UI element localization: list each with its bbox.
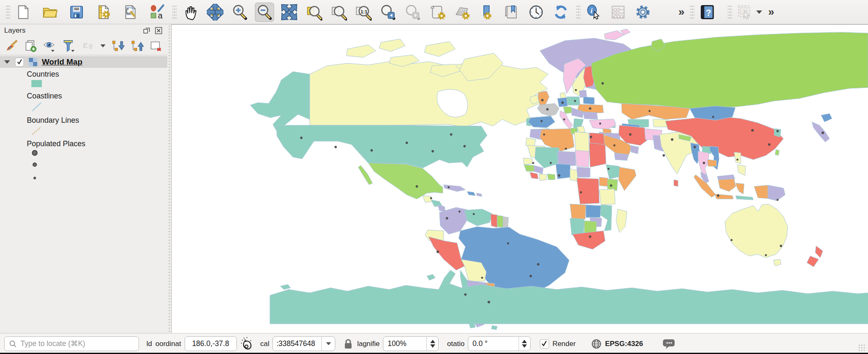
open-layer-styling-button[interactable]	[3, 39, 19, 54]
coordinate-label-fragment: ld	[146, 340, 152, 348]
filter-by-expression-button[interactable]: ε	[80, 39, 96, 54]
select-features-button[interactable]	[735, 3, 755, 22]
layer-group-row[interactable]: World Map	[0, 56, 167, 68]
statistical-summary-button[interactable]	[609, 3, 628, 22]
layer-item-boundary-lines[interactable]: Boundary Lines	[27, 116, 167, 125]
toolbar-overflow-button[interactable]: »	[677, 5, 685, 18]
new-spatial-bookmark-button[interactable]	[477, 3, 496, 22]
zoom-native-resolution-button[interactable]: 1:1	[354, 3, 373, 22]
rotation-steppers[interactable]	[519, 337, 530, 351]
new-3d-map-view-button[interactable]	[452, 3, 472, 22]
new-map-view-button[interactable]	[428, 3, 447, 22]
zoom-full-extent-button[interactable]	[280, 3, 299, 22]
open-project-button[interactable]	[40, 3, 59, 22]
step-up-icon	[430, 340, 435, 343]
new-project-button[interactable]	[13, 3, 33, 22]
toolbar-overflow-button[interactable]: »	[766, 5, 775, 18]
manage-map-themes-button[interactable]	[42, 39, 57, 54]
expand-caret-icon[interactable]	[4, 60, 10, 64]
main-area: Layers	[0, 24, 868, 333]
mouse-icon	[240, 337, 254, 351]
magnifier-steppers[interactable]	[426, 337, 438, 351]
qgis-window: a	[0, 0, 868, 354]
zoom-out-icon	[256, 4, 273, 21]
panel-float-button[interactable]	[142, 26, 152, 35]
map-canvas[interactable]	[171, 24, 868, 333]
layer-item-countries[interactable]: Countries	[27, 70, 167, 79]
toolbar-drag-handle[interactable]	[172, 5, 177, 19]
status-bar: Type to locate (⌘K) ld oordinat 186.0,-3…	[0, 333, 868, 354]
magnifier-value: 100%	[388, 339, 406, 348]
temporal-controller-button[interactable]	[526, 3, 546, 22]
pan-map-button[interactable]	[181, 3, 200, 22]
magnifier-label: lagnifie	[357, 340, 380, 348]
save-project-button[interactable]	[67, 3, 86, 22]
show-bookmarks-icon	[503, 4, 520, 21]
expand-all-button[interactable]	[110, 39, 126, 54]
scale-value: :338547648	[276, 339, 315, 348]
zoom-next-button[interactable]	[403, 3, 422, 22]
rotation-value: 0.0 °	[473, 339, 488, 348]
layout-manager-icon	[122, 4, 139, 21]
style-manager-icon: a	[149, 4, 165, 21]
window-resize-grip[interactable]	[858, 344, 866, 351]
messages-button[interactable]	[663, 338, 675, 349]
select-features-dropdown[interactable]	[755, 3, 764, 22]
abacus-icon	[610, 4, 627, 21]
layer-item-coastlines[interactable]: Coastlines	[27, 92, 167, 101]
zoom-in-button[interactable]	[230, 3, 249, 22]
refresh-button[interactable]	[551, 3, 570, 22]
collapse-all-button[interactable]	[129, 39, 145, 54]
zoom-to-layer-button[interactable]	[329, 3, 348, 22]
show-layout-manager-button[interactable]	[121, 3, 140, 22]
world-map-image	[172, 25, 868, 333]
filter-legend-button[interactable]	[61, 39, 77, 54]
refresh-icon	[552, 4, 569, 21]
add-group-icon	[23, 39, 38, 53]
toolbar-drag-handle[interactable]	[576, 5, 580, 19]
coastlines-line-swatch	[31, 101, 167, 114]
toolbar-drag-handle[interactable]	[6, 5, 10, 19]
scale-dropdown-button[interactable]	[321, 337, 335, 351]
crs-value: EPSG:4326	[605, 340, 643, 348]
lock-scale-button[interactable]	[343, 338, 354, 350]
chevron-down-icon	[756, 10, 762, 14]
toolbar-drag-handle[interactable]	[728, 5, 732, 19]
crs-button[interactable]	[591, 338, 602, 349]
rotation-label: otatio	[447, 340, 465, 348]
layer-item-populated-places[interactable]: Populated Places	[27, 140, 167, 148]
identify-features-button[interactable]: i	[584, 3, 603, 22]
style-manager-button[interactable]: a	[147, 3, 167, 22]
help-button[interactable]: ?	[698, 3, 717, 22]
add-group-button[interactable]	[23, 39, 38, 54]
pan-to-selection-button[interactable]	[205, 3, 225, 22]
rotation-spinbox[interactable]: 0.0 °	[468, 336, 531, 351]
expression-epsilon-icon: ε	[81, 39, 95, 53]
panel-splitter[interactable]	[167, 24, 171, 333]
chevron-down-icon	[326, 342, 331, 345]
zoom-last-button[interactable]	[378, 3, 398, 22]
new-print-layout-button[interactable]	[94, 3, 113, 22]
zoom-to-selection-icon	[306, 4, 322, 21]
show-spatial-bookmarks-button[interactable]	[502, 3, 521, 22]
render-checkbox[interactable]	[540, 339, 549, 349]
pan-hand-icon	[182, 4, 199, 21]
toggle-extents-mouse-button[interactable]	[240, 337, 254, 351]
magnifier-spinbox[interactable]: 100%	[383, 336, 439, 351]
zoom-out-button[interactable]	[255, 3, 274, 22]
scale-combo[interactable]: :338547648	[272, 336, 335, 351]
layer-visibility-checkbox[interactable]	[15, 58, 24, 67]
locator-search-input[interactable]: Type to locate (⌘K)	[4, 336, 139, 351]
toolbar-drag-handle[interactable]	[690, 5, 694, 19]
options-button[interactable]	[633, 3, 652, 22]
coordinate-input[interactable]: 186.0,-37.8	[185, 336, 237, 351]
lock-icon	[343, 338, 354, 350]
layers-panel-titlebar[interactable]: Layers	[0, 24, 167, 37]
populated-places-symbol-small	[31, 174, 167, 182]
filter-funnel-icon	[62, 39, 76, 53]
zoom-to-selection-button[interactable]	[304, 3, 324, 22]
panel-close-button[interactable]	[154, 26, 163, 35]
close-icon	[154, 26, 163, 35]
remove-layer-button[interactable]	[149, 39, 164, 54]
filter-expression-dropdown[interactable]	[100, 36, 106, 56]
